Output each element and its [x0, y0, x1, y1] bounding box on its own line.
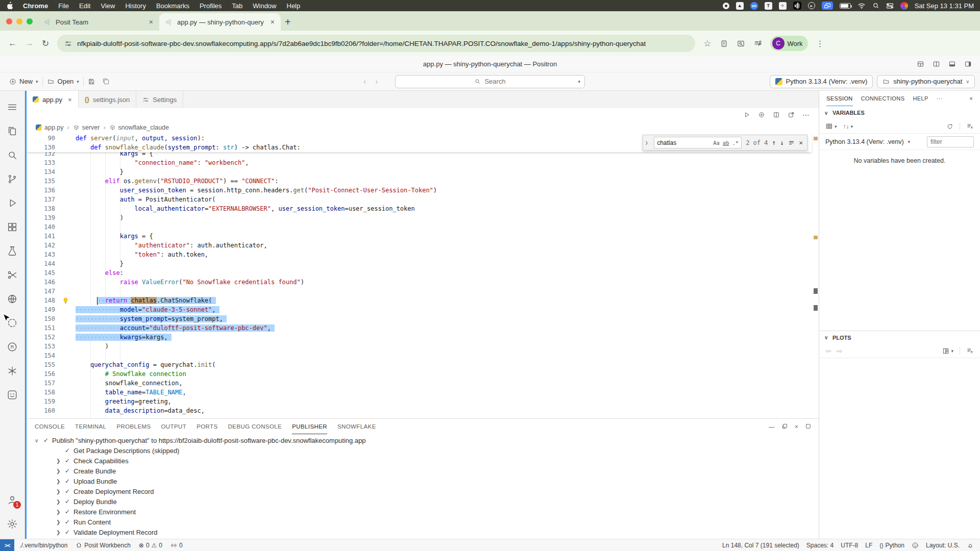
record-icon[interactable]	[723, 3, 729, 9]
statusbar-ports-forwarded[interactable]: 0	[170, 542, 183, 549]
find-next-icon[interactable]: ↓	[780, 138, 784, 147]
find-in-selection-icon[interactable]	[788, 139, 795, 146]
activity-account[interactable]: 1	[0, 488, 24, 512]
close-window-button[interactable]	[6, 18, 12, 24]
panel-tab-terminal[interactable]: TERMINAL	[75, 419, 106, 434]
site-settings-icon[interactable]	[64, 40, 72, 47]
close-tab-icon[interactable]: ×	[268, 18, 277, 26]
clear-variables-icon[interactable]	[966, 122, 974, 130]
match-case-icon[interactable]: Aa	[712, 138, 721, 148]
chevron-right-icon[interactable]: ❯	[56, 519, 61, 525]
minimize-window-button[interactable]	[16, 18, 22, 24]
publisher-step[interactable]: ❯✓Check Capabilities	[27, 456, 819, 466]
panel-tab-snowflake[interactable]: SNOWFLAKE	[337, 419, 376, 434]
statusbar-interpreter-path[interactable]: ./.venv/bin/python	[19, 542, 67, 549]
menu-bookmarks[interactable]: Bookmarks	[156, 2, 189, 10]
publisher-step[interactable]: ❯✓Validate Deployment Record	[27, 527, 819, 537]
chevron-right-icon[interactable]: ❯	[56, 509, 61, 515]
chevron-right-icon[interactable]: ❯	[56, 468, 61, 474]
next-plot-icon[interactable]: ⇨	[837, 347, 843, 355]
panel-tab-problems[interactable]: PROBLEMS	[116, 419, 151, 434]
statusbar-keyboard-layout[interactable]: Layout: U.S.	[926, 542, 960, 549]
activity-menu[interactable]	[0, 95, 24, 119]
activity-settings-gear[interactable]	[0, 512, 24, 536]
statusbar-posit-workbench[interactable]: Posit Workbench	[76, 542, 131, 549]
restore-panel-icon[interactable]	[781, 423, 788, 431]
statusbar-indentation[interactable]: Spaces: 4	[806, 542, 834, 549]
statusbar-cursor-position[interactable]: Ln 148, Col 7 (191 selected)	[722, 542, 799, 549]
chevron-down-icon[interactable]: ∨	[824, 110, 829, 116]
new-tab-button[interactable]: +	[285, 16, 291, 28]
breadcrumb-item[interactable]: server	[73, 124, 100, 131]
open-button[interactable]: Open▾	[43, 78, 83, 85]
minimize-panel-icon[interactable]: —	[769, 423, 775, 430]
clear-plots-icon[interactable]	[966, 347, 974, 355]
breadcrumb-item[interactable]: app.py	[36, 124, 64, 131]
split-editor-right-icon[interactable]	[773, 111, 780, 118]
menu-file[interactable]: File	[58, 2, 69, 10]
publisher-step[interactable]: ❯✓Restore Environment	[27, 507, 819, 517]
zoom-icon[interactable]: zm	[750, 2, 758, 10]
more-actions-icon[interactable]: ⋯	[802, 111, 810, 119]
breadcrumb-item[interactable]: snowflake_claude	[109, 124, 169, 131]
back-icon[interactable]: ←	[8, 38, 17, 48]
activity-snippets-scissors[interactable]	[0, 263, 24, 287]
profile-button[interactable]: C Work	[770, 36, 808, 51]
publisher-step[interactable]: ❯✓Create Bundle	[27, 466, 819, 476]
play-icon[interactable]: ▸	[808, 2, 815, 9]
interpreter-selector[interactable]: Python 3.13.4 (Venv: .venv)	[770, 75, 873, 88]
statusbar-eol[interactable]: LF	[865, 542, 872, 549]
publisher-step[interactable]: ✓Get Package Descriptions (skipped)	[27, 445, 819, 456]
drive-icon[interactable]: ▲	[736, 2, 744, 10]
session-interpreter[interactable]: Python 3.13.4 (Venv: .venv)	[825, 138, 904, 145]
menu-help[interactable]: Help	[287, 2, 301, 10]
variables-filter-input[interactable]	[927, 136, 974, 147]
save-all-icon[interactable]	[102, 78, 110, 85]
statusbar-notifications[interactable]	[967, 542, 974, 549]
reload-icon[interactable]: ↻	[42, 38, 49, 49]
chrome-menu-icon[interactable]: ⋮	[816, 39, 824, 48]
search-dropdown-icon[interactable]: ▾	[578, 79, 580, 84]
menubar-clock[interactable]: Sat Sep 13 1:31 PM	[915, 2, 974, 10]
statusbar-language-mode[interactable]: {}Python	[879, 542, 904, 549]
maximize-panel-icon[interactable]	[805, 423, 812, 431]
battery-icon[interactable]	[840, 3, 851, 9]
find-input[interactable]	[657, 139, 711, 146]
run-file-icon[interactable]	[743, 111, 750, 118]
toggle-sidebar-icon[interactable]	[964, 60, 972, 68]
menu-edit[interactable]: Edit	[79, 2, 90, 10]
activity-r-language[interactable]: R	[0, 335, 24, 359]
chevron-right-icon[interactable]: ❯	[56, 458, 61, 464]
menu-history[interactable]: History	[125, 2, 145, 10]
panel-tab-publisher[interactable]: PUBLISHER	[292, 419, 327, 434]
find-toggle-icon[interactable]: ❯	[643, 135, 650, 150]
tab-search-icon[interactable]	[737, 39, 745, 48]
project-selector[interactable]: shiny-python-querychat ∨	[877, 75, 975, 88]
browser-tab[interactable]: app.py — shiny-python-query×	[159, 13, 281, 31]
activity-testing[interactable]	[0, 239, 24, 263]
assistant-icon[interactable]: ⁘	[779, 2, 787, 10]
right-tab-session[interactable]: SESSION	[826, 91, 853, 106]
browser-tab[interactable]: Posit Team×	[38, 13, 159, 31]
reading-list-icon[interactable]	[753, 39, 762, 48]
screen-mirror-icon[interactable]	[822, 2, 833, 10]
chevron-right-icon[interactable]: ❯	[56, 499, 61, 505]
regex-icon[interactable]: .*	[731, 138, 740, 148]
previous-plot-icon[interactable]: ⇦	[825, 347, 831, 355]
sort-variables-icon[interactable]: ↑↓▾	[843, 123, 853, 130]
global-search[interactable]: Search ▾	[395, 75, 585, 88]
more-tabs-icon[interactable]: ···	[937, 95, 943, 102]
close-panel-icon[interactable]: ×	[795, 423, 798, 430]
activity-extensions[interactable]	[0, 215, 24, 239]
teams-icon[interactable]: T	[765, 2, 772, 10]
customize-layout-icon[interactable]	[917, 60, 924, 68]
chevron-right-icon[interactable]: ❯	[56, 489, 61, 494]
activity-run-debug[interactable]	[0, 191, 24, 215]
right-tab-connections[interactable]: CONNECTIONS	[861, 91, 905, 106]
activity-feedback-smiley[interactable]	[0, 383, 24, 407]
statusbar-feedback[interactable]	[912, 542, 919, 549]
activity-explorer[interactable]	[0, 119, 24, 143]
menu-window[interactable]: Window	[253, 2, 276, 10]
menu-tab[interactable]: Tab	[232, 2, 242, 10]
lightbulb-icon[interactable]	[55, 296, 76, 305]
